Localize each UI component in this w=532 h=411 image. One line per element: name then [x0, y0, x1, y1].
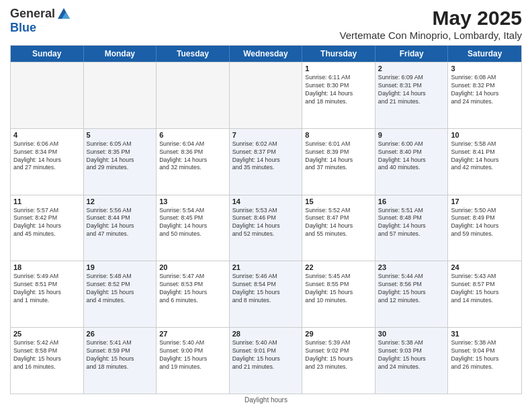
calendar-cell: 3Sunrise: 6:08 AM Sunset: 8:32 PM Daylig… [448, 62, 521, 128]
day-info: Sunrise: 6:00 AM Sunset: 8:40 PM Dayligh… [378, 140, 445, 173]
day-number: 1 [305, 64, 372, 73]
day-info: Sunrise: 5:56 AM Sunset: 8:44 PM Dayligh… [87, 207, 154, 239]
calendar-cell: 2Sunrise: 6:09 AM Sunset: 8:31 PM Daylig… [375, 62, 449, 128]
day-info: Sunrise: 5:48 AM Sunset: 8:52 PM Dayligh… [87, 273, 154, 305]
day-info: Sunrise: 5:58 AM Sunset: 8:41 PM Dayligh… [451, 140, 519, 173]
header-day-friday: Friday [375, 46, 449, 62]
calendar-cell: 1Sunrise: 6:11 AM Sunset: 8:30 PM Daylig… [302, 62, 375, 128]
calendar-header: SundayMondayTuesdayWednesdayThursdayFrid… [11, 46, 521, 62]
header: General Blue May 2025 Vertemate Con Mino… [10, 7, 522, 41]
logo-general-text: General [10, 7, 55, 21]
main-title: May 2025 [339, 7, 522, 30]
header-day-saturday: Saturday [448, 46, 521, 62]
header-day-sunday: Sunday [11, 46, 84, 62]
day-info: Sunrise: 6:08 AM Sunset: 8:32 PM Dayligh… [451, 74, 519, 106]
day-number: 22 [305, 263, 372, 271]
day-number: 7 [232, 131, 300, 139]
calendar-cell [157, 62, 230, 128]
day-info: Sunrise: 5:57 AM Sunset: 8:42 PM Dayligh… [13, 207, 81, 239]
day-info: Sunrise: 5:50 AM Sunset: 8:49 PM Dayligh… [451, 207, 519, 239]
day-info: Sunrise: 6:11 AM Sunset: 8:30 PM Dayligh… [305, 74, 372, 106]
calendar-cell: 10Sunrise: 5:58 AM Sunset: 8:41 PM Dayli… [448, 129, 521, 195]
day-info: Sunrise: 5:43 AM Sunset: 8:57 PM Dayligh… [451, 273, 519, 305]
day-number: 13 [159, 197, 226, 205]
calendar-cell: 13Sunrise: 5:54 AM Sunset: 8:45 PM Dayli… [157, 195, 230, 261]
day-number: 29 [305, 330, 372, 338]
header-day-monday: Monday [84, 46, 157, 62]
day-number: 27 [159, 330, 226, 338]
day-number: 6 [159, 131, 226, 139]
footer-note: Daylight hours [10, 394, 522, 404]
day-number: 9 [378, 131, 445, 139]
header-day-wednesday: Wednesday [230, 46, 303, 62]
day-number: 3 [451, 64, 519, 73]
calendar-cell: 15Sunrise: 5:52 AM Sunset: 8:47 PM Dayli… [302, 195, 375, 261]
calendar-cell: 11Sunrise: 5:57 AM Sunset: 8:42 PM Dayli… [11, 195, 84, 261]
day-number: 25 [13, 330, 81, 338]
calendar-cell: 22Sunrise: 5:45 AM Sunset: 8:55 PM Dayli… [302, 261, 375, 327]
day-number: 26 [87, 330, 154, 338]
header-day-tuesday: Tuesday [157, 46, 230, 62]
calendar-cell: 24Sunrise: 5:43 AM Sunset: 8:57 PM Dayli… [448, 261, 521, 327]
calendar-cell [230, 62, 303, 128]
calendar-cell: 19Sunrise: 5:48 AM Sunset: 8:52 PM Dayli… [84, 261, 157, 327]
day-info: Sunrise: 5:51 AM Sunset: 8:48 PM Dayligh… [378, 207, 445, 239]
calendar-body: 1Sunrise: 6:11 AM Sunset: 8:30 PM Daylig… [11, 62, 521, 394]
day-info: Sunrise: 5:40 AM Sunset: 9:00 PM Dayligh… [159, 339, 226, 371]
day-info: Sunrise: 5:39 AM Sunset: 9:02 PM Dayligh… [305, 339, 372, 371]
calendar-row-1: 1Sunrise: 6:11 AM Sunset: 8:30 PM Daylig… [11, 62, 521, 128]
calendar-cell: 7Sunrise: 6:02 AM Sunset: 8:37 PM Daylig… [230, 129, 303, 195]
calendar-cell: 4Sunrise: 6:06 AM Sunset: 8:34 PM Daylig… [11, 129, 84, 195]
day-info: Sunrise: 6:06 AM Sunset: 8:34 PM Dayligh… [13, 140, 81, 173]
calendar-cell [84, 62, 157, 128]
subtitle: Vertemate Con Minoprio, Lombardy, Italy [339, 30, 522, 41]
calendar-cell: 25Sunrise: 5:42 AM Sunset: 8:58 PM Dayli… [11, 328, 84, 394]
calendar: SundayMondayTuesdayWednesdayThursdayFrid… [10, 45, 522, 394]
calendar-cell [11, 62, 84, 128]
day-number: 16 [378, 197, 445, 205]
day-number: 28 [232, 330, 300, 338]
day-number: 11 [13, 197, 81, 205]
day-info: Sunrise: 6:02 AM Sunset: 8:37 PM Dayligh… [232, 140, 300, 173]
day-info: Sunrise: 6:09 AM Sunset: 8:31 PM Dayligh… [378, 74, 445, 106]
calendar-cell: 5Sunrise: 6:05 AM Sunset: 8:35 PM Daylig… [84, 129, 157, 195]
day-number: 24 [451, 263, 519, 271]
calendar-cell: 21Sunrise: 5:46 AM Sunset: 8:54 PM Dayli… [230, 261, 303, 327]
calendar-cell: 6Sunrise: 6:04 AM Sunset: 8:36 PM Daylig… [157, 129, 230, 195]
day-info: Sunrise: 5:53 AM Sunset: 8:46 PM Dayligh… [232, 207, 300, 239]
day-number: 10 [451, 131, 519, 139]
calendar-cell: 31Sunrise: 5:38 AM Sunset: 9:04 PM Dayli… [448, 328, 521, 394]
day-number: 31 [451, 330, 519, 338]
calendar-cell: 18Sunrise: 5:49 AM Sunset: 8:51 PM Dayli… [11, 261, 84, 327]
day-info: Sunrise: 5:45 AM Sunset: 8:55 PM Dayligh… [305, 273, 372, 305]
day-info: Sunrise: 5:42 AM Sunset: 8:58 PM Dayligh… [13, 339, 81, 371]
day-info: Sunrise: 5:40 AM Sunset: 9:01 PM Dayligh… [232, 339, 300, 371]
title-section: May 2025 Vertemate Con Minoprio, Lombard… [339, 7, 522, 41]
day-number: 20 [159, 263, 226, 271]
logo: General Blue [10, 7, 71, 35]
day-number: 5 [87, 131, 154, 139]
calendar-row-4: 18Sunrise: 5:49 AM Sunset: 8:51 PM Dayli… [11, 261, 521, 327]
header-day-thursday: Thursday [302, 46, 375, 62]
calendar-cell: 14Sunrise: 5:53 AM Sunset: 8:46 PM Dayli… [230, 195, 303, 261]
logo-blue-text: Blue [10, 21, 71, 35]
calendar-cell: 29Sunrise: 5:39 AM Sunset: 9:02 PM Dayli… [302, 328, 375, 394]
day-number: 12 [87, 197, 154, 205]
day-info: Sunrise: 5:46 AM Sunset: 8:54 PM Dayligh… [232, 273, 300, 305]
day-info: Sunrise: 5:47 AM Sunset: 8:53 PM Dayligh… [159, 273, 226, 305]
calendar-cell: 28Sunrise: 5:40 AM Sunset: 9:01 PM Dayli… [230, 328, 303, 394]
day-info: Sunrise: 5:38 AM Sunset: 9:03 PM Dayligh… [378, 339, 445, 371]
day-info: Sunrise: 5:38 AM Sunset: 9:04 PM Dayligh… [451, 339, 519, 371]
calendar-cell: 9Sunrise: 6:00 AM Sunset: 8:40 PM Daylig… [375, 129, 449, 195]
calendar-cell: 8Sunrise: 6:01 AM Sunset: 8:39 PM Daylig… [302, 129, 375, 195]
logo-icon [56, 7, 71, 21]
day-number: 4 [13, 131, 81, 139]
day-info: Sunrise: 5:44 AM Sunset: 8:56 PM Dayligh… [378, 273, 445, 305]
calendar-cell: 26Sunrise: 5:41 AM Sunset: 8:59 PM Dayli… [84, 328, 157, 394]
calendar-cell: 16Sunrise: 5:51 AM Sunset: 8:48 PM Dayli… [375, 195, 449, 261]
day-number: 14 [232, 197, 300, 205]
calendar-row-3: 11Sunrise: 5:57 AM Sunset: 8:42 PM Dayli… [11, 195, 521, 261]
day-number: 30 [378, 330, 445, 338]
day-number: 18 [13, 263, 81, 271]
day-number: 2 [378, 64, 445, 73]
